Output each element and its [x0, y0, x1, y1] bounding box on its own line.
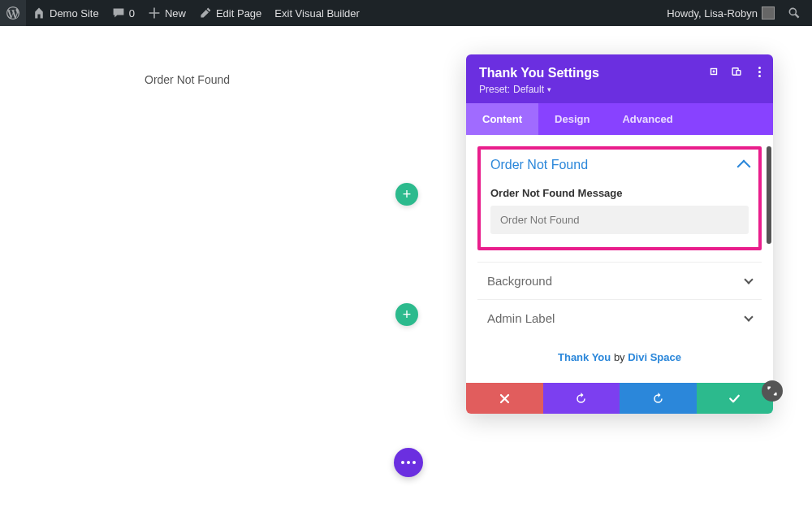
panel-resize-handle[interactable]: [762, 380, 783, 402]
edit-page-label: Edit Page: [216, 7, 261, 20]
panel-scrollbar[interactable]: [767, 146, 771, 244]
panel-footer: [466, 383, 773, 414]
tab-advanced[interactable]: Advanced: [606, 103, 689, 135]
order-not-found-text: Order Not Found: [145, 73, 230, 86]
section-toggle-background[interactable]: Background: [477, 262, 762, 299]
credit-line: Thank You by Divi Space: [477, 336, 762, 380]
undo-button[interactable]: [543, 383, 620, 414]
section-title: Order Not Found: [490, 158, 588, 172]
chevron-up-icon: [737, 160, 751, 174]
search-icon: [788, 7, 801, 20]
site-name-label: Demo Site: [50, 7, 99, 20]
redo-button[interactable]: [620, 383, 697, 414]
tab-content[interactable]: Content: [466, 103, 538, 135]
svg-point-1: [713, 71, 715, 73]
wp-adminbar: Demo Site 0 New Edit Page Exit Visual Bu…: [0, 0, 812, 26]
settings-panel: Thank You Settings Preset: Default ▾ Con…: [466, 54, 773, 414]
order-not-found-section: Order Not Found Order Not Found Message: [477, 146, 762, 250]
preset-dropdown[interactable]: Preset: Default ▾: [479, 84, 760, 95]
new-label: New: [165, 7, 186, 20]
comments-count: 0: [129, 7, 135, 20]
dots-vertical-icon: [758, 67, 761, 77]
check-icon: [728, 393, 741, 405]
credit-product-link[interactable]: Thank You: [558, 351, 611, 363]
comments-menu[interactable]: 0: [106, 0, 141, 26]
tab-design[interactable]: Design: [538, 103, 606, 135]
section-title: Admin Label: [487, 311, 555, 325]
more-options-button[interactable]: [754, 66, 765, 77]
add-section-button[interactable]: +: [395, 303, 418, 326]
section-toggle-admin-label[interactable]: Admin Label: [477, 299, 762, 336]
plus-icon: [148, 7, 161, 20]
devices-icon[interactable]: [731, 66, 742, 77]
panel-header: Thank You Settings Preset: Default ▾: [466, 54, 773, 103]
order-not-found-message-input[interactable]: [490, 206, 749, 234]
edit-page-menu[interactable]: Edit Page: [192, 0, 268, 26]
wp-logo-menu[interactable]: [0, 0, 26, 26]
chevron-down-icon: [744, 312, 753, 321]
resize-icon: [767, 385, 778, 397]
comment-icon: [112, 7, 125, 20]
panel-tabs: Content Design Advanced: [466, 103, 773, 135]
section-title: Background: [487, 274, 552, 288]
pencil-icon: [199, 7, 212, 20]
section-toggle-order-not-found[interactable]: Order Not Found: [490, 158, 749, 172]
help-icon[interactable]: [708, 66, 719, 77]
search-toggle[interactable]: [781, 0, 807, 26]
exit-vb-label: Exit Visual Builder: [274, 7, 360, 20]
cancel-button[interactable]: [466, 383, 543, 414]
svg-rect-3: [736, 71, 741, 76]
undo-icon: [575, 393, 587, 405]
home-icon: [32, 7, 45, 20]
credit-author-link[interactable]: Divi Space: [628, 351, 681, 363]
field-label: Order Not Found Message: [490, 187, 749, 199]
avatar: [762, 7, 775, 20]
close-icon: [499, 393, 511, 405]
howdy-menu[interactable]: Howdy, Lisa-Robyn: [660, 0, 781, 26]
exit-visual-builder[interactable]: Exit Visual Builder: [268, 0, 366, 26]
wordpress-icon: [6, 7, 19, 20]
site-name-menu[interactable]: Demo Site: [26, 0, 106, 26]
caret-down-icon: ▾: [547, 85, 551, 93]
page-settings-button[interactable]: [394, 448, 423, 477]
new-menu[interactable]: New: [141, 0, 192, 26]
add-row-button[interactable]: +: [395, 183, 418, 206]
redo-icon: [652, 393, 664, 405]
howdy-label: Howdy, Lisa-Robyn: [667, 7, 758, 20]
chevron-down-icon: [744, 275, 753, 284]
